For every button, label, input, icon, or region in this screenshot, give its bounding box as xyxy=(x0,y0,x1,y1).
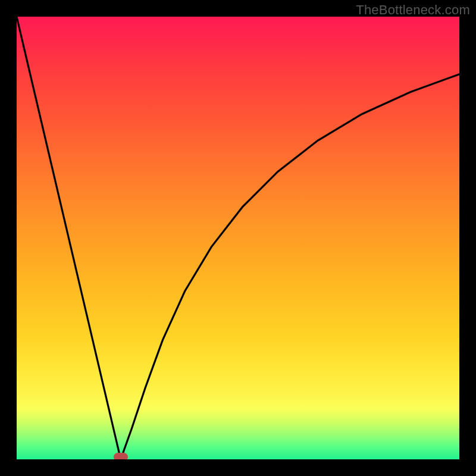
chart-frame: TheBottleneck.com xyxy=(0,0,476,476)
right-branch-path xyxy=(121,74,459,459)
plot-area xyxy=(17,17,459,459)
curve-overlay xyxy=(17,17,459,459)
optimum-marker xyxy=(114,453,128,459)
watermark-text: TheBottleneck.com xyxy=(356,2,470,18)
left-branch-path xyxy=(17,17,121,459)
